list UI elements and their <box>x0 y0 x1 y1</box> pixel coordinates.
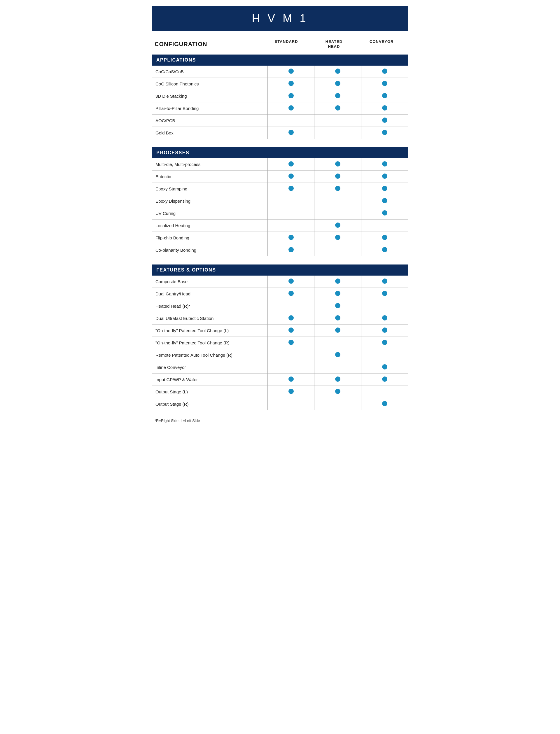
cell-standard <box>267 349 314 361</box>
dot-indicator <box>382 174 387 179</box>
row-label: AOC/PCB <box>152 114 268 127</box>
dot-indicator <box>335 235 340 240</box>
cell-conveyor <box>361 361 408 373</box>
cell-heated <box>314 244 361 256</box>
table-features: Composite BaseDual Gantry/HeadHeated Hea… <box>152 276 408 410</box>
dot-indicator <box>288 235 294 240</box>
table-row: Epoxy Dispensing <box>152 195 408 207</box>
dot-indicator <box>335 105 340 111</box>
row-label: "On-the-fly" Patented Tool Change (L) <box>152 324 268 337</box>
cell-standard <box>267 337 314 349</box>
dot-indicator <box>335 352 340 357</box>
table-row: "On-the-fly" Patented Tool Change (L) <box>152 324 408 337</box>
dot-indicator <box>382 376 387 382</box>
config-header: CONFIGURATION STANDARD HEATEDHEAD CONVEY… <box>152 39 408 49</box>
section-header-applications: APPLICATIONS <box>152 55 408 66</box>
col-header-conveyor: CONVEYOR <box>358 39 405 49</box>
cell-standard <box>267 232 314 244</box>
cell-heated <box>314 219 361 232</box>
dot-indicator <box>382 93 387 98</box>
cell-heated <box>314 195 361 207</box>
dot-indicator <box>335 93 340 98</box>
cell-conveyor <box>361 385 408 398</box>
dot-indicator <box>288 130 294 135</box>
row-label: Heated Head (R)* <box>152 300 268 312</box>
dot-indicator <box>288 93 294 98</box>
cell-standard <box>267 300 314 312</box>
row-label: Inline Conveyor <box>152 361 268 373</box>
cell-standard <box>267 127 314 139</box>
cell-heated <box>314 207 361 219</box>
cell-standard <box>267 244 314 256</box>
cell-standard <box>267 66 314 78</box>
cell-heated <box>314 349 361 361</box>
cell-standard <box>267 114 314 127</box>
dot-indicator <box>382 81 387 86</box>
dot-indicator <box>382 210 387 216</box>
dot-indicator <box>382 161 387 167</box>
dot-indicator <box>335 291 340 296</box>
cell-heated <box>314 385 361 398</box>
table-row: Epoxy Stamping <box>152 183 408 195</box>
row-label: Dual Ultrafast Eutectic Station <box>152 312 268 324</box>
dot-indicator <box>382 401 387 406</box>
table-row: Output Stage (R) <box>152 398 408 410</box>
cell-standard <box>267 312 314 324</box>
cell-standard <box>267 361 314 373</box>
cell-heated <box>314 232 361 244</box>
dot-indicator <box>288 105 294 111</box>
row-label: Input GP/WP & Wafer <box>152 373 268 385</box>
dot-indicator <box>382 198 387 203</box>
cell-standard <box>267 373 314 385</box>
dot-indicator <box>335 69 340 74</box>
cell-heated <box>314 361 361 373</box>
dot-indicator <box>335 223 340 228</box>
dot-indicator <box>335 315 340 321</box>
row-label: Remote Patented Auto Tool Change (R) <box>152 349 268 361</box>
row-label: Multi-die, Multi-process <box>152 158 268 171</box>
row-label: Epoxy Dispensing <box>152 195 268 207</box>
table-row: Dual Gantry/Head <box>152 288 408 300</box>
table-row: Composite Base <box>152 276 408 288</box>
cell-conveyor <box>361 90 408 102</box>
section-processes: PROCESSESMulti-die, Multi-processEutecti… <box>152 147 408 256</box>
dot-indicator <box>382 186 387 191</box>
row-label: Localized Heating <box>152 219 268 232</box>
footer-note: *R=Right Side, L=Left Side <box>152 418 408 423</box>
cell-conveyor <box>361 183 408 195</box>
dot-indicator <box>382 130 387 135</box>
cell-conveyor <box>361 207 408 219</box>
row-label: Gold Box <box>152 127 268 139</box>
cell-standard <box>267 158 314 171</box>
cell-conveyor <box>361 102 408 114</box>
row-label: Composite Base <box>152 276 268 288</box>
table-row: Input GP/WP & Wafer <box>152 373 408 385</box>
section-header-processes: PROCESSES <box>152 147 408 158</box>
dot-indicator <box>382 247 387 252</box>
cell-heated <box>314 337 361 349</box>
table-row: CoC Silicon Photonics <box>152 78 408 90</box>
section-features: FEATURES & OPTIONSComposite BaseDual Gan… <box>152 265 408 410</box>
sections-container: APPLICATIONSCoC/CoS/CoBCoC Silicon Photo… <box>152 55 408 410</box>
row-label: Eutectic <box>152 170 268 183</box>
cell-standard <box>267 324 314 337</box>
cell-heated <box>314 276 361 288</box>
cell-standard <box>267 385 314 398</box>
col-header-standard: STANDARD <box>263 39 310 49</box>
cell-conveyor <box>361 127 408 139</box>
table-row: "On-the-fly" Patented Tool Change (R) <box>152 337 408 349</box>
cell-standard <box>267 90 314 102</box>
cell-heated <box>314 288 361 300</box>
dot-indicator <box>288 328 294 333</box>
table-row: Heated Head (R)* <box>152 300 408 312</box>
dot-indicator <box>382 279 387 284</box>
dot-indicator <box>382 105 387 111</box>
section-header-features: FEATURES & OPTIONS <box>152 265 408 276</box>
table-row: Dual Ultrafast Eutectic Station <box>152 312 408 324</box>
dot-indicator <box>288 247 294 252</box>
config-label: CONFIGURATION <box>155 41 263 48</box>
cell-standard <box>267 170 314 183</box>
cell-standard <box>267 195 314 207</box>
cell-heated <box>314 66 361 78</box>
dot-indicator <box>382 315 387 321</box>
